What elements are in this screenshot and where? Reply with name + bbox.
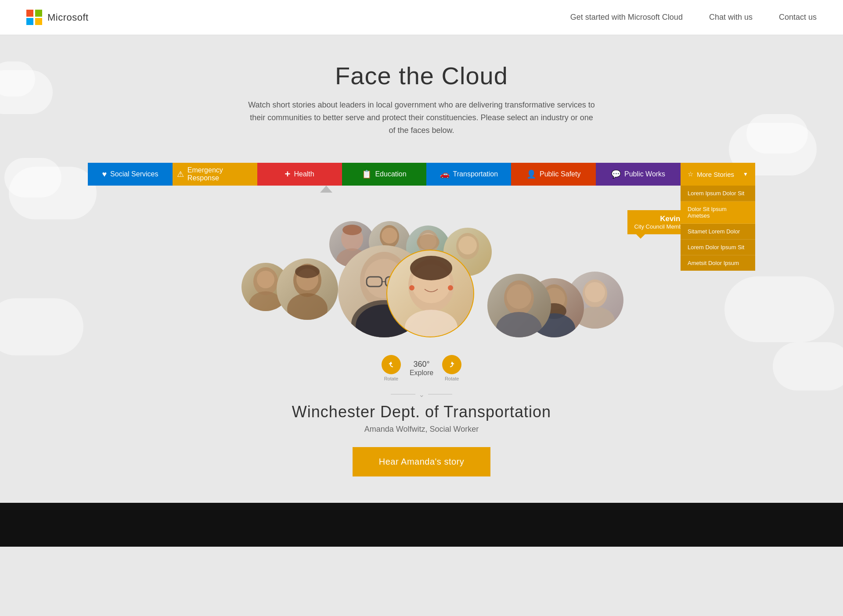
tab-works-label: Public Works — [624, 170, 665, 178]
page-subtitle: Watch short stories about leaders in loc… — [246, 99, 597, 136]
svg-point-32 — [507, 284, 531, 309]
tab-health-label: Health — [294, 170, 314, 178]
svg-point-33 — [496, 312, 542, 337]
story-item-4-label: Lorem Dolor Ipsum Sit — [688, 244, 744, 251]
face-svg-2 — [277, 258, 338, 320]
face-circle-2[interactable] — [277, 258, 338, 320]
logo-green — [35, 10, 42, 17]
rotate-right-icon — [447, 360, 457, 369]
tab-public-works[interactable]: 💬 Public Works — [596, 163, 681, 186]
divider-line-right — [428, 394, 453, 394]
story-item-1-label: Lorem Ipsum Dolor Sit — [688, 190, 744, 197]
tooltip-arrow — [636, 234, 645, 239]
controls-area: Rotate 360° Explore Rotate — [0, 355, 843, 381]
tab-indicator — [88, 186, 755, 193]
tab-transportation-label: Transportation — [453, 170, 498, 178]
cta-area: Hear Amanda's story — [0, 447, 843, 476]
hear-story-button[interactable]: Hear Amanda's story — [353, 447, 491, 476]
emergency-icon: ⚠ — [177, 169, 184, 179]
explore-text: 360° Explore — [410, 360, 433, 377]
tab-education[interactable]: 📋 Education — [342, 163, 427, 186]
header-nav: Get started with Microsoft Cloud Chat wi… — [570, 13, 817, 22]
person-info: Winchester Dept. of Transportation Amand… — [0, 403, 843, 434]
explore-sublabel: Explore — [410, 369, 433, 376]
tab-social-label: Social Services — [110, 170, 158, 178]
svg-point-15 — [417, 234, 440, 250]
rotate-left-control: Rotate — [382, 355, 401, 381]
transportation-icon: 🚗 — [440, 169, 450, 179]
tab-social-services[interactable]: ♥ Social Services — [88, 163, 173, 186]
social-icon: ♥ — [102, 170, 107, 179]
department-name: Winchester Dept. of Transportation — [0, 403, 843, 421]
tab-transportation[interactable]: 🚗 Transportation — [426, 163, 511, 186]
story-item-5-label: Ametsit Dolor Ipsum — [688, 260, 739, 266]
tabs-container: ♥ Social Services ⚠ Emergency Response +… — [88, 163, 755, 186]
microsoft-logo — [26, 10, 42, 25]
person-full-name: Amanda Wolfwitz, Social Worker — [0, 425, 843, 434]
education-icon: 📋 — [362, 169, 371, 179]
tab-education-label: Education — [375, 170, 406, 178]
face-circles-container — [241, 197, 602, 337]
tab-health[interactable]: + Health — [257, 163, 342, 186]
story-item-2-label: Dolor Sit Ipsum Ametses — [688, 206, 727, 219]
chevron-down-icon: ▼ — [743, 171, 748, 177]
arrow-up — [320, 186, 332, 193]
nav-tabs-list: ♥ Social Services ⚠ Emergency Response +… — [88, 163, 681, 186]
contact-link[interactable]: Contact us — [779, 13, 817, 22]
svg-point-30 — [405, 310, 458, 337]
svg-point-11 — [382, 228, 397, 244]
rotate-left-icon — [386, 360, 396, 369]
logo-blue — [26, 18, 33, 25]
tab-public-safety[interactable]: 👤 Public Safety — [511, 163, 596, 186]
rotate-left-label: Rotate — [384, 376, 398, 381]
more-stories-panel: ☆ More Stories ▼ Lorem Ipsum Dolor Sit D… — [681, 163, 755, 186]
story-item-1[interactable]: Lorem Ipsum Dolor Sit — [681, 186, 755, 201]
story-item-3[interactable]: Sitamet Lorem Dolor — [681, 224, 755, 240]
hero-section: Face the Cloud Watch short stories about… — [0, 35, 843, 503]
tab-emergency-response[interactable]: ⚠ Emergency Response — [173, 163, 257, 186]
logo-red — [26, 10, 33, 17]
footer — [0, 503, 843, 547]
svg-point-29 — [448, 285, 453, 290]
safety-icon: 👤 — [526, 169, 536, 179]
story-item-2[interactable]: Dolor Sit Ipsum Ametses — [681, 201, 755, 224]
more-stories-list: Lorem Ipsum Dolor Sit Dolor Sit Ipsum Am… — [681, 186, 755, 271]
svg-point-27 — [410, 256, 452, 280]
face-circle-8[interactable] — [487, 274, 551, 337]
svg-point-28 — [409, 285, 414, 290]
health-icon: + — [285, 168, 291, 180]
svg-point-17 — [458, 236, 477, 254]
face-circle-featured[interactable] — [386, 250, 474, 337]
divider-line-left — [391, 394, 415, 394]
chat-link[interactable]: Chat with us — [709, 13, 753, 22]
story-item-5[interactable]: Ametsit Dolor Ipsum — [681, 255, 755, 271]
more-stories-header[interactable]: ☆ More Stories ▼ — [681, 163, 755, 186]
header: Microsoft Get started with Microsoft Clo… — [0, 0, 843, 35]
works-icon: 💬 — [611, 169, 621, 179]
logo-yellow — [35, 18, 42, 25]
svg-point-6 — [295, 265, 320, 278]
more-stories-title: More Stories — [697, 171, 734, 178]
stories-icon: ☆ — [688, 170, 693, 178]
rotate-right-label: Rotate — [445, 376, 459, 381]
svg-point-39 — [585, 282, 605, 302]
face-svg-8 — [487, 274, 551, 337]
section-divider: ⌃ — [391, 390, 452, 398]
title-section: Face the Cloud Watch short stories about… — [0, 35, 843, 150]
rotate-left-button[interactable] — [382, 355, 401, 374]
get-started-link[interactable]: Get started with Microsoft Cloud — [570, 13, 683, 22]
svg-point-4 — [287, 293, 328, 320]
divider-arrow-icon: ⌃ — [419, 390, 425, 398]
logo-text: Microsoft — [47, 12, 89, 23]
svg-point-9 — [342, 225, 362, 235]
degrees-label: 360° — [410, 360, 433, 369]
tab-safety-label: Public Safety — [540, 170, 580, 178]
rotate-right-button[interactable] — [442, 355, 461, 374]
logo-area: Microsoft — [26, 10, 89, 25]
story-item-3-label: Sitamet Lorem Dolor — [688, 228, 740, 235]
face-svg-featured — [387, 251, 474, 337]
page-title: Face the Cloud — [9, 61, 834, 90]
tab-emergency-label: Emergency Response — [187, 166, 253, 182]
story-item-4[interactable]: Lorem Dolor Ipsum Sit — [681, 240, 755, 255]
rotate-right-control: Rotate — [442, 355, 461, 381]
